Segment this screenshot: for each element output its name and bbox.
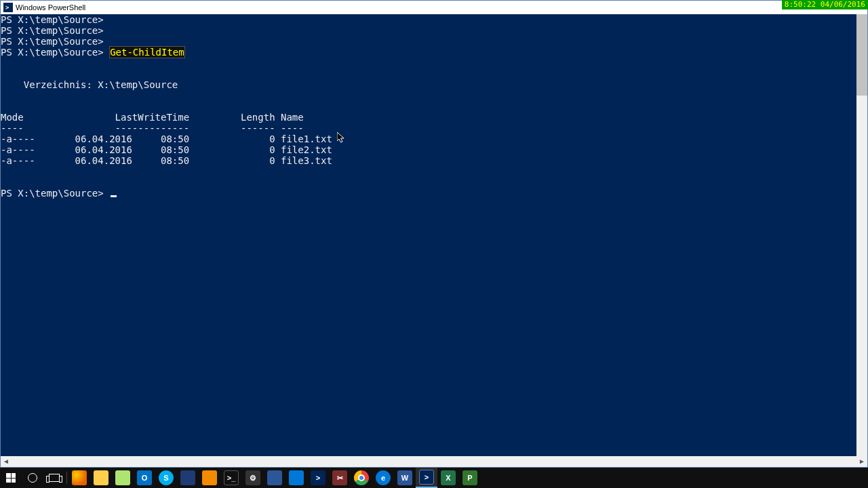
vscode-icon [289, 470, 304, 485]
taskbar-app-services[interactable] [264, 468, 285, 488]
taskbar-app-excel[interactable]: X [437, 468, 459, 488]
command-text: Get-ChildItem [109, 46, 185, 58]
output-row: -a---- 06.04.2016 08:50 0 file2.txt [1, 144, 332, 155]
vertical-scrollbar[interactable] [856, 14, 867, 456]
output-directory-label: Verzeichnis: X:\temp\Source [1, 79, 178, 90]
taskbar-app-outlook[interactable]: O [134, 468, 155, 488]
taskbar-app-notepadpp[interactable] [112, 468, 134, 488]
gear-icon: ⚙ [245, 470, 260, 485]
powershell-icon [3, 3, 13, 12]
output-header: Mode LastWriteTime Length Name [1, 112, 304, 123]
taskbar-app-powershell[interactable]: > [307, 468, 329, 488]
firefox-icon [72, 470, 87, 485]
edge-icon: e [376, 470, 391, 485]
chrome-icon [354, 470, 369, 485]
cortana-button[interactable] [22, 468, 43, 488]
terminal-cursor [111, 195, 117, 197]
excel-icon: X [441, 470, 456, 485]
scroll-left-button[interactable]: ◄ [1, 456, 12, 467]
project-icon: P [462, 470, 477, 485]
prompt-line: PS X:\temp\Source> [1, 36, 104, 47]
taskbar-separator [66, 472, 67, 484]
taskbar-app-snip[interactable]: ✂ [329, 468, 351, 488]
powershell-window: Windows PowerShell PS X:\temp\Source> PS… [0, 0, 868, 468]
output-row: -a---- 06.04.2016 08:50 0 file1.txt [1, 134, 332, 144]
vertical-scrollbar-thumb[interactable] [856, 14, 867, 96]
taskbar-app-explorer[interactable] [90, 468, 112, 488]
taskview-button[interactable] [43, 468, 65, 488]
taskbar-app-virtualbox[interactable] [177, 468, 199, 488]
prompt-line: PS X:\temp\Source> [1, 25, 104, 36]
vmware-icon [202, 470, 217, 485]
terminal[interactable]: PS X:\temp\Source> PS X:\temp\Source> PS… [1, 14, 856, 456]
cmd-icon: >_ [224, 470, 239, 485]
taskbar-app-chrome[interactable] [351, 468, 372, 488]
prompt-line: PS X:\temp\Source> [1, 14, 104, 25]
folder-icon [94, 470, 108, 485]
outlook-icon: O [137, 470, 152, 485]
prompt-line: PS X:\temp\Source> [1, 188, 109, 199]
powershell-icon: > [311, 470, 326, 485]
taskbar-app-vscode[interactable] [285, 468, 307, 488]
prompt-line: PS X:\temp\Source> [1, 47, 109, 58]
taskbar-app-skype[interactable]: S [155, 468, 177, 488]
scroll-right-button[interactable]: ► [856, 456, 867, 467]
window-title: Windows PowerShell [16, 3, 85, 12]
taskbar-app-firefox[interactable] [68, 468, 90, 488]
output-row: -a---- 06.04.2016 08:50 0 file3.txt [1, 155, 332, 166]
notepadpp-icon [115, 470, 130, 485]
windows-icon [6, 473, 16, 483]
circle-icon [28, 473, 37, 483]
taskbar-app-powershell-active[interactable]: > [416, 468, 437, 488]
window-titlebar[interactable]: Windows PowerShell [1, 1, 867, 14]
word-icon: W [397, 470, 412, 485]
taskbar-app-edge[interactable]: e [372, 468, 394, 488]
desktop-clock-overlay: 8:50:22 04/06/2016 [782, 0, 868, 9]
powershell-icon: > [419, 470, 434, 485]
terminal-wrapper: PS X:\temp\Source> PS X:\temp\Source> PS… [1, 14, 867, 467]
taskbar: O S >_ ⚙ > ✂ e W > X P [0, 468, 868, 488]
services-icon [267, 470, 282, 485]
skype-icon: S [159, 470, 174, 485]
taskbar-app-vmware[interactable] [199, 468, 220, 488]
taskview-icon [49, 474, 60, 482]
taskbar-app-settings[interactable]: ⚙ [242, 468, 264, 488]
taskbar-app-project[interactable]: P [459, 468, 481, 488]
output-rule: ---- ------------- ------ ---- [1, 123, 304, 134]
horizontal-scrollbar[interactable]: ◄ ► [1, 456, 867, 467]
snip-icon: ✂ [332, 470, 347, 485]
taskbar-app-cmd[interactable]: >_ [220, 468, 242, 488]
virtualbox-icon [180, 470, 195, 485]
start-button[interactable] [0, 468, 22, 488]
taskbar-app-word[interactable]: W [394, 468, 416, 488]
